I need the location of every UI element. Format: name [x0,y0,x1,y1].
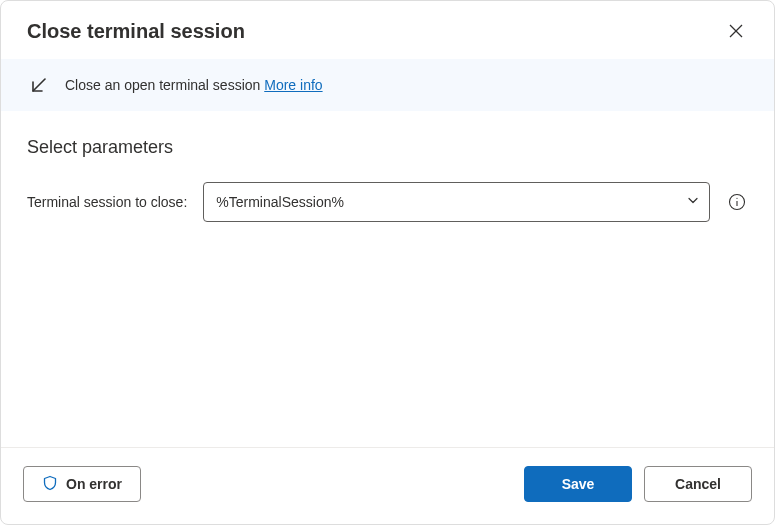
banner-text: Close an open terminal session More info [65,77,323,93]
info-banner: Close an open terminal session More info [1,59,774,111]
param-row: Terminal session to close: %TerminalSess… [27,182,748,222]
svg-point-5 [736,198,737,199]
dialog-title: Close terminal session [27,20,245,43]
banner-description: Close an open terminal session [65,77,260,93]
dialog-content: Select parameters Terminal session to cl… [1,111,774,447]
footer-actions: Save Cancel [524,466,752,502]
cancel-button[interactable]: Cancel [644,466,752,502]
svg-line-2 [33,79,45,91]
save-label: Save [562,476,595,492]
dialog-header: Close terminal session [1,1,774,59]
on-error-button[interactable]: On error [23,466,141,502]
more-info-link[interactable]: More info [264,77,322,93]
terminal-session-value: %TerminalSession% [216,194,344,210]
info-icon [728,193,746,211]
terminal-session-select[interactable]: %TerminalSession% [203,182,710,222]
cancel-label: Cancel [675,476,721,492]
terminal-session-select-box[interactable]: %TerminalSession% [203,182,710,222]
action-icon [27,73,51,97]
close-icon [728,23,744,39]
dialog-footer: On error Save Cancel [1,447,774,524]
info-button[interactable] [726,191,748,213]
section-title: Select parameters [27,137,748,158]
save-button[interactable]: Save [524,466,632,502]
shield-icon [42,475,58,494]
close-button[interactable] [724,19,748,43]
terminal-session-label: Terminal session to close: [27,194,187,210]
dialog: Close terminal session Close an open ter… [0,0,775,525]
on-error-label: On error [66,476,122,492]
